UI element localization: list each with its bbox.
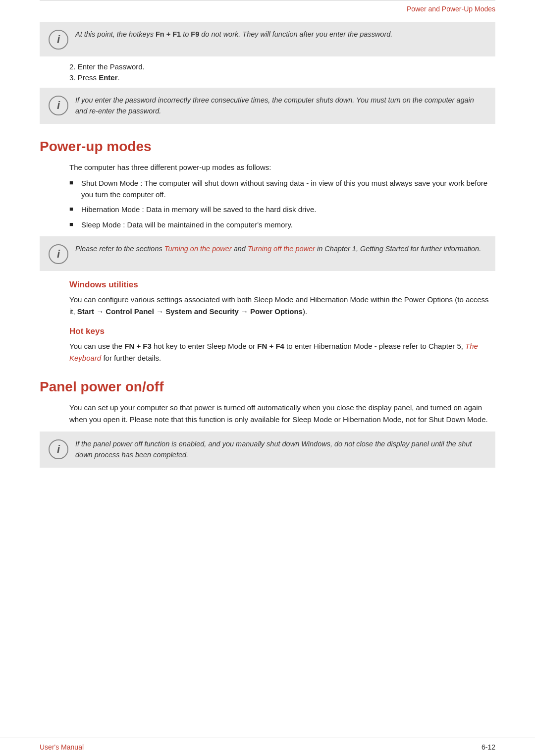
info-icon-1: i — [49, 30, 68, 50]
link-turning-off[interactable]: Turning off the power — [248, 245, 315, 253]
hot-keys-heading: Hot keys — [40, 326, 495, 336]
hot-keys-body: You can use the FN + F3 hot key to enter… — [69, 340, 495, 364]
bullet-shutdown: Shut Down Mode : The computer will shut … — [69, 177, 495, 201]
info-icon-4: i — [49, 439, 68, 459]
panel-power-body: You can set up your computer so that pow… — [69, 402, 495, 426]
note-box-1: i At this point, the hotkeys Fn + F1 to … — [40, 22, 495, 56]
power-modes-bullets: Shut Down Mode : The computer will shut … — [40, 177, 495, 230]
link-turning-on[interactable]: Turning on the power — [164, 245, 232, 253]
note-box-3: i Please refer to the sections Turning o… — [40, 236, 495, 271]
steps-list: Enter the Password. Press Enter. — [40, 62, 495, 82]
page-footer: User's Manual 6-12 — [0, 738, 535, 756]
note-text-4: If the panel power off function is enabl… — [75, 438, 486, 461]
bullet-sleep: Sleep Mode : Data will be maintained in … — [69, 219, 495, 230]
windows-utilities-body: You can configure various settings assoc… — [69, 294, 495, 318]
windows-utilities-heading: Windows utilities — [40, 280, 495, 290]
header-title: Power and Power-Up Modes — [407, 5, 495, 13]
note-box-2: i If you enter the password incorrectly … — [40, 88, 495, 124]
note-text-2: If you enter the password incorrectly th… — [75, 95, 486, 117]
power-up-modes-heading: Power-up modes — [40, 139, 495, 155]
note-box-4: i If the panel power off function is ena… — [40, 432, 495, 468]
bullet-hibernation: Hibernation Mode : Data in memory will b… — [69, 204, 495, 215]
step-3: Press Enter. — [69, 73, 495, 82]
power-up-modes-intro: The computer has three different power-u… — [69, 162, 495, 173]
footer-left: User's Manual — [40, 743, 84, 751]
note-text-3: Please refer to the sections Turning on … — [75, 243, 481, 254]
step-2: Enter the Password. — [69, 62, 495, 71]
info-icon-2: i — [49, 96, 68, 115]
page-header: Power and Power-Up Modes — [40, 0, 495, 13]
note-text-1: At this point, the hotkeys Fn + F1 to F9… — [75, 29, 392, 40]
footer-right: 6-12 — [482, 743, 495, 751]
info-icon-3: i — [49, 244, 68, 264]
panel-power-heading: Panel power on/off — [40, 379, 495, 395]
